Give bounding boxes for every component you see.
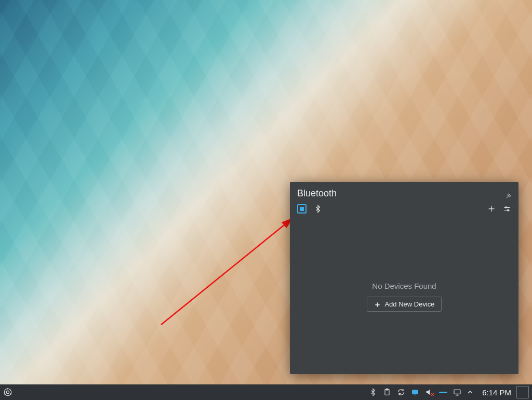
bluetooth-icon[interactable] <box>314 205 322 213</box>
add-device-label: Add New Device <box>384 300 434 308</box>
add-icon[interactable] <box>487 205 496 213</box>
taskbar-clock[interactable]: 6:14 PM <box>477 388 516 397</box>
add-new-device-button[interactable]: ＋ Add New Device <box>367 297 441 312</box>
tray-updates-icon[interactable] <box>396 388 406 397</box>
plus-icon: ＋ <box>374 300 381 308</box>
tray-clipboard-icon[interactable] <box>382 388 392 397</box>
svg-point-7 <box>4 393 5 394</box>
system-tray: ✕ <box>368 388 477 397</box>
start-menu-button[interactable] <box>0 384 16 400</box>
tray-keyboard-indicator-icon[interactable] <box>438 388 448 397</box>
bluetooth-title: Bluetooth <box>297 188 337 199</box>
tray-expand-icon[interactable] <box>467 390 474 395</box>
tray-network-icon[interactable] <box>410 388 420 397</box>
svg-point-5 <box>7 388 8 389</box>
bluetooth-applet-popup: Bluetooth No Devices Found ＋ Add New Dev… <box>290 182 518 374</box>
tray-volume-muted-icon[interactable]: ✕ <box>424 388 434 397</box>
show-desktop-button[interactable] <box>516 386 529 398</box>
bluetooth-enable-checkbox[interactable] <box>297 204 307 214</box>
mute-badge-icon: ✕ <box>430 392 434 397</box>
tray-display-icon[interactable] <box>453 388 462 397</box>
tray-bluetooth-icon[interactable] <box>368 388 378 397</box>
taskbar: ✕ 6:14 PM <box>0 384 532 400</box>
pin-icon[interactable] <box>506 191 511 196</box>
settings-sliders-icon[interactable] <box>503 205 511 213</box>
svg-rect-10 <box>413 390 418 394</box>
svg-point-6 <box>10 393 11 394</box>
svg-point-4 <box>6 391 9 393</box>
svg-rect-11 <box>454 390 460 394</box>
no-devices-label: No Devices Found <box>372 282 436 290</box>
svg-point-3 <box>4 389 11 396</box>
bluetooth-toolbar <box>290 202 518 219</box>
